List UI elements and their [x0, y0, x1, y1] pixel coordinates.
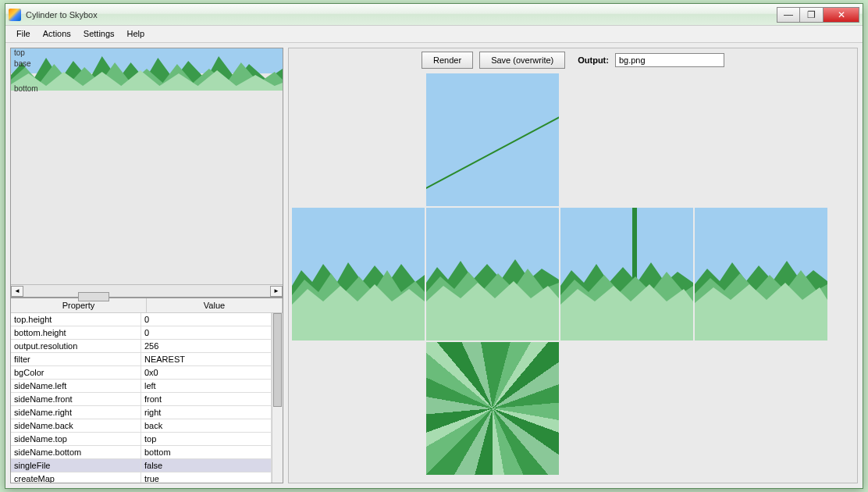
- save-button[interactable]: Save (overwrite): [479, 52, 565, 69]
- property-key: sideName.top: [11, 433, 141, 445]
- left-pane: top base bottom ◄ ► Property Value top.h…: [10, 48, 283, 483]
- property-value[interactable]: back: [141, 419, 272, 432]
- property-value[interactable]: right: [141, 406, 272, 419]
- property-key: createMap: [11, 472, 141, 483]
- property-value[interactable]: true: [141, 472, 272, 483]
- property-row[interactable]: bgColor0x0: [11, 366, 272, 380]
- property-row[interactable]: sideName.bottombottom: [11, 446, 272, 459]
- output-label: Output:: [578, 55, 609, 65]
- property-value[interactable]: 0: [141, 313, 272, 326]
- skybox-face-front[interactable]: [426, 208, 559, 340]
- window-title: Cylinder to Skybox: [26, 10, 777, 20]
- property-row[interactable]: sideName.rightright: [11, 406, 272, 419]
- window-controls: — ❐ ✕: [777, 7, 859, 23]
- property-value[interactable]: bottom: [141, 446, 272, 458]
- close-button[interactable]: ✕: [824, 7, 859, 23]
- properties-v-scrollbar[interactable]: [272, 313, 283, 483]
- property-value[interactable]: 0x0: [141, 366, 272, 379]
- menubar: File Actions Settings Help: [5, 26, 863, 43]
- preview-label-top: top: [14, 48, 25, 57]
- property-row[interactable]: bottom.height0: [11, 326, 272, 340]
- properties-header: Property Value: [11, 298, 283, 313]
- properties-table: Property Value top.height0bottom.height0…: [10, 298, 283, 483]
- property-key: filter: [11, 353, 141, 365]
- property-row[interactable]: sideName.backback: [11, 419, 272, 433]
- property-key: singleFile: [11, 459, 141, 472]
- property-key: bottom.height: [11, 326, 141, 339]
- preview-label-bottom: bottom: [14, 84, 38, 93]
- scroll-right-arrow-icon[interactable]: ►: [270, 286, 283, 297]
- property-value[interactable]: NEAREST: [141, 353, 272, 365]
- property-row[interactable]: sideName.frontfront: [11, 393, 272, 406]
- mountains-icon: [695, 208, 827, 340]
- property-key: sideName.front: [11, 393, 141, 405]
- property-row[interactable]: sideName.toptop: [11, 433, 272, 446]
- render-pane: Render Save (overwrite) Output:: [288, 48, 858, 483]
- property-key: bgColor: [11, 366, 141, 379]
- property-row[interactable]: createMaptrue: [11, 472, 272, 483]
- properties-body: top.height0bottom.height0output.resoluti…: [11, 313, 283, 483]
- property-row[interactable]: sideName.leftleft: [11, 380, 272, 393]
- property-key: sideName.left: [11, 380, 141, 392]
- skybox-face-left[interactable]: [292, 208, 425, 340]
- preview-label-base: base: [14, 59, 31, 68]
- properties-v-thumb[interactable]: [273, 313, 282, 407]
- menu-settings[interactable]: Settings: [77, 26, 121, 42]
- mountains-strip-icon: [11, 48, 283, 91]
- property-value[interactable]: 0: [141, 326, 272, 339]
- content-area: top base bottom ◄ ► Property Value top.h…: [5, 43, 863, 488]
- property-key: sideName.right: [11, 406, 141, 419]
- property-key: sideName.back: [11, 419, 141, 432]
- output-filename-input[interactable]: [615, 53, 724, 67]
- property-value[interactable]: left: [141, 380, 272, 392]
- property-key: output.resolution: [11, 340, 141, 352]
- source-preview-panel: top base bottom ◄ ►: [10, 48, 283, 298]
- preview-h-scrollbar[interactable]: ◄ ►: [11, 284, 283, 297]
- source-preview-canvas[interactable]: top base bottom: [11, 48, 283, 284]
- scroll-thumb[interactable]: [78, 292, 109, 301]
- render-button[interactable]: Render: [422, 52, 473, 69]
- mountains-icon: [560, 208, 693, 340]
- titlebar[interactable]: Cylinder to Skybox — ❐ ✕: [5, 4, 863, 26]
- property-row[interactable]: singleFilefalse: [11, 459, 272, 472]
- skybox-face-top[interactable]: [426, 73, 559, 206]
- property-value[interactable]: front: [141, 393, 272, 405]
- java-app-icon: [9, 9, 21, 21]
- app-window: Cylinder to Skybox — ❐ ✕ File Actions Se…: [5, 3, 863, 489]
- render-controls: Render Save (overwrite) Output:: [292, 52, 854, 69]
- scroll-left-arrow-icon[interactable]: ◄: [11, 286, 23, 297]
- property-key: sideName.bottom: [11, 446, 141, 458]
- minimize-button[interactable]: —: [777, 7, 800, 23]
- properties-header-value[interactable]: Value: [147, 298, 283, 312]
- mountains-icon: [292, 208, 425, 340]
- maximize-button[interactable]: ❐: [800, 7, 824, 23]
- property-row[interactable]: top.height0: [11, 313, 272, 326]
- skybox-face-right[interactable]: [560, 208, 693, 340]
- property-key: top.height: [11, 313, 141, 326]
- menu-help[interactable]: Help: [121, 26, 151, 42]
- property-value[interactable]: 256: [141, 340, 272, 352]
- property-row[interactable]: output.resolution256: [11, 340, 272, 353]
- property-row[interactable]: filterNEAREST: [11, 353, 272, 366]
- menu-actions[interactable]: Actions: [37, 26, 77, 42]
- skybox-face-bottom[interactable]: [426, 342, 559, 475]
- property-value[interactable]: false: [141, 459, 272, 472]
- skybox-cubemap-area: [292, 73, 854, 480]
- menu-file[interactable]: File: [10, 26, 37, 42]
- property-value[interactable]: top: [141, 433, 272, 445]
- mountains-icon: [426, 208, 559, 340]
- skybox-face-back[interactable]: [695, 208, 827, 340]
